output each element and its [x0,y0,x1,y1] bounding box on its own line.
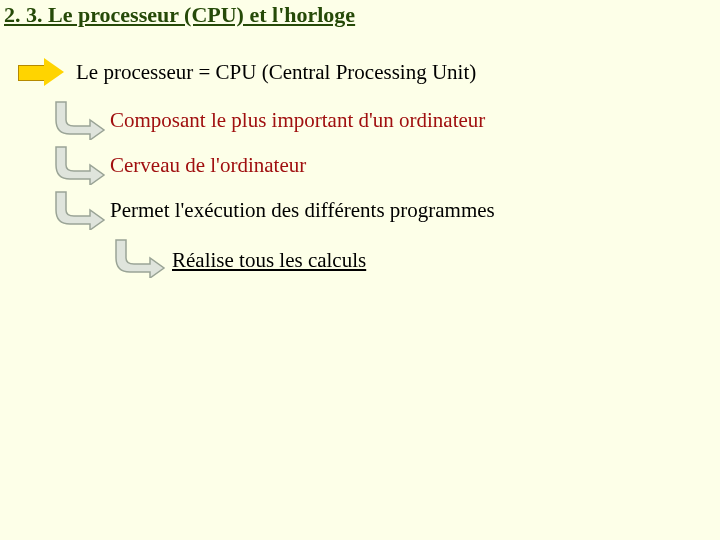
slide: 2. 3. Le processeur (CPU) et l'horloge L… [0,0,720,540]
bent-arrow-icon [52,145,107,185]
text-calculs: Réalise tous les calculs [172,248,366,273]
text-execution: Permet l'exécution des différents progra… [110,198,495,223]
text-definition: Le processeur = CPU (Central Processing … [76,60,476,85]
text-important: Composant le plus important d'un ordinat… [110,108,485,133]
arrow-right-icon [18,58,68,86]
section-title: 2. 3. Le processeur (CPU) et l'horloge [4,2,355,28]
bent-arrow-icon [52,190,107,230]
bent-arrow-icon [112,238,167,278]
text-brain: Cerveau de l'ordinateur [110,153,306,178]
bent-arrow-icon [52,100,107,140]
